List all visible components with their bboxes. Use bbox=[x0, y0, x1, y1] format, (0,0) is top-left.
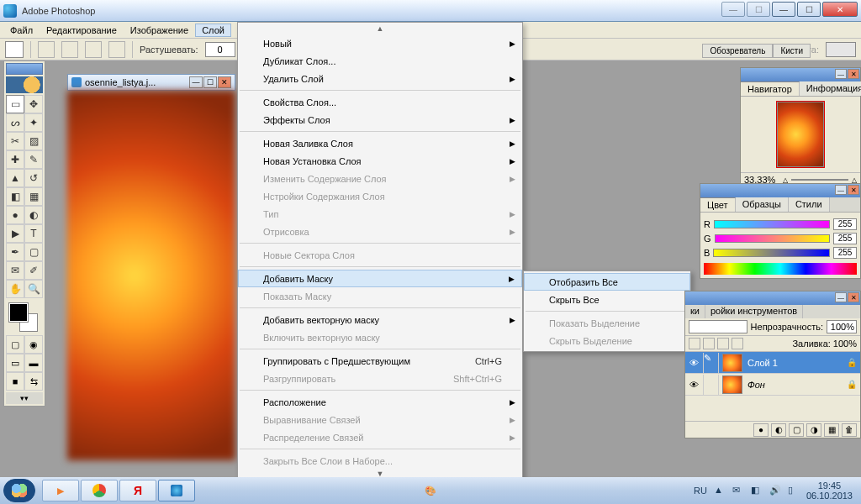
selection-intersect[interactable] bbox=[108, 41, 125, 58]
layers-tab-2[interactable]: ройки инструментов bbox=[705, 305, 803, 318]
tab-swatches[interactable]: Образцы bbox=[736, 197, 789, 212]
task-photoshop[interactable] bbox=[158, 480, 195, 501]
tool-shape[interactable]: ▢ bbox=[24, 243, 43, 261]
task-yandex[interactable]: Я bbox=[119, 480, 156, 501]
screen-menubar[interactable]: ▬ bbox=[24, 354, 43, 372]
fill-field[interactable]: 100% bbox=[833, 339, 857, 349]
minimize-button[interactable]: — bbox=[772, 2, 795, 17]
selection-add[interactable] bbox=[61, 41, 78, 58]
tool-lasso[interactable]: ᔕ bbox=[6, 113, 24, 132]
submenu-reveal-all[interactable]: Отобразить Все bbox=[524, 273, 690, 291]
tool-brush[interactable]: ✎ bbox=[24, 150, 43, 169]
tool-dodge[interactable]: ◐ bbox=[24, 206, 43, 224]
menu-layer[interactable]: Слой bbox=[195, 24, 231, 37]
tray-network-icon[interactable]: ◧ bbox=[751, 485, 763, 496]
layer-row-1[interactable]: 👁 ✎ Слой 1 🔒 bbox=[685, 352, 860, 374]
tray-flag-icon[interactable]: ▲ bbox=[714, 485, 726, 496]
layer-name[interactable]: Слой 1 bbox=[746, 358, 847, 368]
menu-effects[interactable]: Эффекты Слоя▶ bbox=[238, 111, 522, 129]
selection-subtract[interactable] bbox=[85, 41, 102, 58]
menu-properties[interactable]: Свойства Слоя... bbox=[238, 93, 522, 111]
color-close[interactable]: ✕ bbox=[848, 185, 859, 195]
tray-msg-icon[interactable]: ✉ bbox=[732, 485, 744, 496]
layer-set-button[interactable]: ▢ bbox=[789, 423, 804, 437]
tab-brushes[interactable]: Кисти bbox=[773, 44, 811, 58]
start-button[interactable] bbox=[3, 479, 35, 502]
toolbox-expand[interactable]: ▾▾ bbox=[6, 392, 43, 404]
menu-add-vector-mask[interactable]: Добавить векторную маску▶ bbox=[238, 311, 522, 328]
value-r[interactable]: 255 bbox=[833, 218, 857, 230]
opacity-field[interactable]: 100% bbox=[827, 320, 857, 333]
value-g[interactable]: 255 bbox=[833, 233, 857, 244]
color-spectrum[interactable] bbox=[704, 263, 857, 275]
tool-heal[interactable]: ✚ bbox=[6, 150, 24, 169]
tool-pen[interactable]: ✒ bbox=[6, 243, 24, 261]
nav-close[interactable]: ✕ bbox=[848, 69, 859, 79]
task-chrome[interactable] bbox=[81, 480, 118, 501]
layer-mask-button[interactable]: ◐ bbox=[771, 423, 786, 437]
menu-scroll-up[interactable]: ▲ bbox=[238, 24, 522, 34]
menu-new[interactable]: Новый▶ bbox=[238, 34, 522, 52]
tab-info[interactable]: Информация bbox=[800, 81, 861, 96]
fg-color[interactable] bbox=[9, 303, 28, 322]
tool-history-brush[interactable]: ↺ bbox=[24, 169, 43, 187]
tab-color[interactable]: Цвет bbox=[700, 197, 736, 212]
lang-indicator[interactable]: RU bbox=[694, 486, 707, 496]
menu-file[interactable]: Файл bbox=[3, 24, 40, 37]
visibility-icon[interactable]: 👁 bbox=[685, 375, 704, 395]
maximize-button[interactable]: ☐ bbox=[797, 2, 821, 17]
screen-standard[interactable]: ▭ bbox=[6, 354, 24, 372]
mode-quickmask[interactable]: ◉ bbox=[24, 335, 43, 354]
tool-hand[interactable]: ✋ bbox=[6, 280, 24, 298]
lock-position-icon[interactable] bbox=[717, 338, 729, 349]
toolbox-titlebar[interactable] bbox=[6, 63, 43, 75]
submenu-hide-all[interactable]: Скрыть Все bbox=[524, 291, 690, 308]
tool-crop[interactable]: ✂ bbox=[6, 132, 24, 150]
delete-layer-button[interactable]: 🗑 bbox=[842, 423, 857, 437]
tool-zoom[interactable]: 🔍 bbox=[24, 280, 43, 298]
menu-new-adjustment[interactable]: Новая Установка Слоя▶ bbox=[238, 152, 522, 170]
slider-r[interactable] bbox=[714, 220, 830, 228]
tool-path-select[interactable]: ▶ bbox=[6, 224, 24, 243]
zoom-slider[interactable] bbox=[791, 179, 848, 181]
menu-new-fill[interactable]: Новая Заливка Слоя▶ bbox=[238, 134, 522, 152]
tray-extra-icon[interactable]: ▯ bbox=[788, 485, 800, 496]
doc-maximize[interactable]: ☐ bbox=[203, 76, 217, 88]
clock[interactable]: 19:45 06.10.2013 bbox=[806, 480, 853, 501]
blend-mode-select[interactable] bbox=[689, 320, 747, 333]
menu-add-mask[interactable]: Добавить Маску▶ bbox=[238, 270, 522, 287]
task-paint[interactable]: 🎨 bbox=[412, 480, 449, 501]
menu-delete[interactable]: Удалить Слой▶ bbox=[238, 70, 522, 87]
tool-gradient[interactable]: ▦ bbox=[24, 187, 43, 206]
navigator-thumbnail[interactable] bbox=[777, 102, 824, 167]
layer-row-bg[interactable]: 👁 Фон 🔒 bbox=[685, 374, 860, 396]
tool-marquee[interactable]: ▭ bbox=[6, 95, 24, 113]
tool-blur[interactable]: ● bbox=[6, 206, 24, 224]
link-icon[interactable] bbox=[704, 375, 719, 395]
document-titlebar[interactable]: osennie_listya.j... — ☐ ✕ bbox=[67, 74, 235, 91]
menu-arrange[interactable]: Расположение▶ bbox=[238, 393, 522, 411]
document-canvas[interactable] bbox=[67, 91, 235, 460]
mode-standard[interactable]: ▢ bbox=[6, 335, 24, 354]
menu-edit[interactable]: Редактирование bbox=[40, 24, 124, 37]
tab-browser[interactable]: Обозреватель bbox=[702, 44, 773, 58]
screen-full[interactable]: ■ bbox=[6, 372, 24, 391]
slider-b[interactable] bbox=[713, 249, 830, 257]
tool-slice[interactable]: ▨ bbox=[24, 132, 43, 150]
marquee-preset[interactable] bbox=[5, 41, 24, 58]
layers-minimize[interactable]: — bbox=[835, 292, 847, 302]
lock-pixels-icon[interactable] bbox=[703, 338, 715, 349]
nav-minimize[interactable]: — bbox=[835, 69, 847, 79]
tool-stamp[interactable]: ▲ bbox=[6, 169, 24, 187]
layer-style-button[interactable]: ● bbox=[753, 423, 769, 437]
tool-wand[interactable]: ✦ bbox=[24, 113, 43, 132]
menu-group[interactable]: Группировать с ПредшествующимCtrl+G bbox=[238, 352, 522, 370]
feather-field[interactable]: 0 bbox=[205, 42, 235, 57]
tool-eyedropper[interactable]: ✐ bbox=[24, 261, 43, 280]
link-icon[interactable]: ✎ bbox=[704, 353, 719, 373]
tab-navigator[interactable]: Навигатор bbox=[741, 81, 800, 96]
color-minimize[interactable]: — bbox=[835, 185, 847, 195]
value-b[interactable]: 255 bbox=[833, 247, 857, 259]
visibility-icon[interactable]: 👁 bbox=[685, 353, 704, 373]
layer-name[interactable]: Фон bbox=[746, 380, 847, 390]
